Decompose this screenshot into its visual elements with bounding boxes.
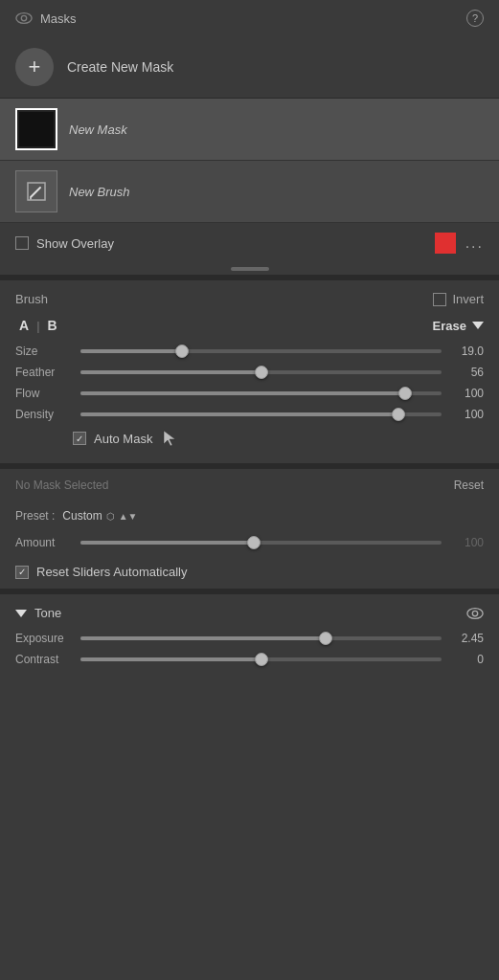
masks-panel: Masks ? + Create New Mask New Mask New xyxy=(0,0,499,685)
contrast-value: 0 xyxy=(449,653,484,666)
preset-arrows-icon: ⬡ xyxy=(106,511,115,522)
auto-mask-label: Auto Mask xyxy=(94,432,152,446)
exposure-label: Exposure xyxy=(15,632,73,645)
size-slider-value: 19.0 xyxy=(449,345,484,358)
invert-checkbox[interactable] xyxy=(433,293,446,306)
density-slider-value: 100 xyxy=(449,408,484,421)
feather-slider-track[interactable] xyxy=(80,370,442,374)
feather-slider-thumb[interactable] xyxy=(255,366,268,379)
amount-row: Amount 100 xyxy=(0,530,499,555)
tone-title: Tone xyxy=(34,606,61,620)
ab-erase-row: A | B Erase xyxy=(15,318,484,333)
svg-point-3 xyxy=(467,608,483,618)
no-mask-label: No Mask Selected xyxy=(15,479,108,492)
panel-title: Masks xyxy=(40,11,77,26)
erase-label: Erase xyxy=(433,319,466,333)
density-slider-label: Density xyxy=(15,408,73,421)
overlay-color-swatch[interactable] xyxy=(435,233,456,254)
brush-icon xyxy=(25,180,48,203)
cursor-icon xyxy=(162,429,177,448)
reset-button[interactable]: Reset xyxy=(454,479,484,492)
overlay-row: Show Overlay ... xyxy=(0,223,499,263)
panel-header: Masks ? xyxy=(0,0,499,36)
brush-section-title: Brush xyxy=(15,292,48,306)
exposure-slider-track[interactable] xyxy=(80,636,442,640)
erase-dropdown-icon[interactable] xyxy=(472,322,484,329)
feather-slider-label: Feather xyxy=(15,366,73,379)
reset-sliders-row: ✓ Reset Sliders Automatically xyxy=(0,555,499,589)
size-slider-label: Size xyxy=(15,345,73,358)
tone-eye-icon[interactable] xyxy=(466,607,484,620)
amount-slider-track[interactable] xyxy=(80,541,442,545)
flow-slider-thumb[interactable] xyxy=(398,387,412,400)
invert-label: Invert xyxy=(452,292,484,306)
create-mask-label: Create New Mask xyxy=(67,59,173,75)
tone-collapse-icon[interactable] xyxy=(15,610,27,617)
mask-item-label: New Mask xyxy=(69,122,127,137)
brush-item-label: New Brush xyxy=(69,185,130,199)
overlay-more-button[interactable]: ... xyxy=(465,234,484,252)
mask-thumbnail xyxy=(15,108,57,150)
mask-list: New Mask New Brush xyxy=(0,98,499,223)
feather-slider-row: Feather 56 xyxy=(15,366,484,379)
size-slider-track[interactable] xyxy=(80,349,442,353)
amount-slider-thumb[interactable] xyxy=(247,536,261,549)
brush-b-button[interactable]: B xyxy=(44,318,61,333)
exposure-value: 2.45 xyxy=(449,632,484,645)
contrast-slider-thumb[interactable] xyxy=(255,653,268,666)
preset-value: Custom xyxy=(62,509,102,523)
exposure-slider-thumb[interactable] xyxy=(319,632,332,645)
flow-slider-track[interactable] xyxy=(80,391,442,395)
density-slider-thumb[interactable] xyxy=(392,408,405,421)
preset-row: Preset : Custom ⬡ ▲▼ xyxy=(0,501,499,530)
flow-slider-row: Flow 100 xyxy=(15,387,484,400)
contrast-slider-row: Contrast 0 xyxy=(15,653,484,666)
reset-sliders-label: Reset Sliders Automatically xyxy=(36,565,188,579)
flow-slider-label: Flow xyxy=(15,387,73,400)
density-slider-row: Density 100 xyxy=(15,408,484,421)
feather-slider-value: 56 xyxy=(449,366,484,379)
svg-point-1 xyxy=(21,15,26,20)
svg-point-4 xyxy=(472,611,477,615)
amount-label: Amount xyxy=(15,536,73,549)
contrast-slider-track[interactable] xyxy=(80,657,442,661)
create-mask-row: + Create New Mask xyxy=(0,36,499,98)
eye-icon[interactable] xyxy=(15,10,33,27)
size-slider-row: Size 19.0 xyxy=(15,345,484,358)
flow-slider-value: 100 xyxy=(449,387,484,400)
no-mask-section: No Mask Selected Reset xyxy=(0,469,499,501)
help-button[interactable]: ? xyxy=(466,10,484,27)
svg-point-0 xyxy=(16,13,32,24)
brush-thumbnail xyxy=(15,170,57,212)
auto-mask-checkbox[interactable]: ✓ xyxy=(73,432,86,445)
scroll-indicator xyxy=(0,263,499,275)
preset-dropdown-icon: ▲▼ xyxy=(119,511,138,522)
auto-mask-row: ✓ Auto Mask xyxy=(73,429,484,448)
brush-a-button[interactable]: A xyxy=(15,318,33,333)
exposure-slider-row: Exposure 2.45 xyxy=(15,632,484,645)
reset-sliders-checkbox[interactable]: ✓ xyxy=(15,566,29,579)
show-overlay-checkbox[interactable] xyxy=(15,236,29,250)
show-overlay-label: Show Overlay xyxy=(36,236,114,251)
list-item[interactable]: New Mask xyxy=(0,99,499,161)
density-slider-track[interactable] xyxy=(80,412,442,416)
contrast-label: Contrast xyxy=(15,653,73,666)
create-new-mask-button[interactable]: + xyxy=(15,48,54,86)
preset-select[interactable]: Custom ⬡ ▲▼ xyxy=(62,509,137,523)
brush-section: Brush Invert A | B Erase Size 19.0 Feath xyxy=(0,280,499,463)
amount-value: 100 xyxy=(449,536,484,549)
size-slider-thumb[interactable] xyxy=(175,345,189,358)
list-item[interactable]: New Brush xyxy=(0,161,499,223)
preset-label: Preset : xyxy=(15,509,55,523)
tone-section: Tone Exposure 2.45 Contrast 0 xyxy=(0,594,499,685)
